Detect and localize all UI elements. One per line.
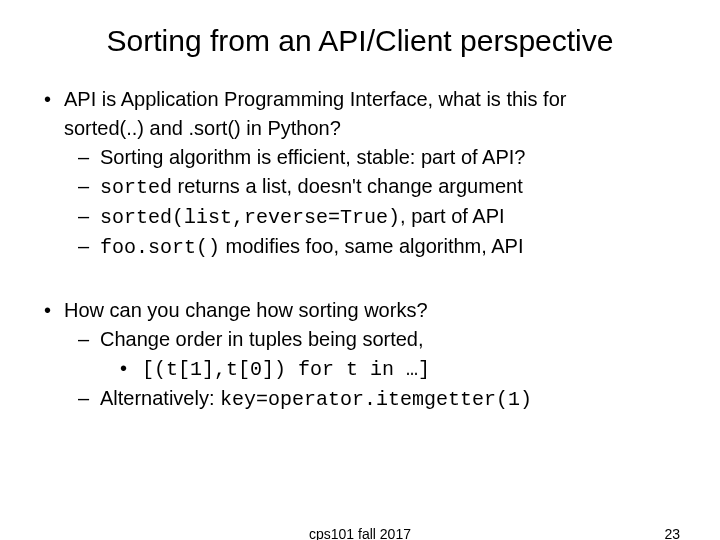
subbullet-sorted-reverse: sorted(list,reverse=True), part of API — [78, 203, 680, 231]
text: , part of API — [400, 205, 505, 227]
text: Sorting algorithm is efficient, stable: … — [100, 146, 525, 168]
code: [(t[1],t[0]) for t in …] — [142, 358, 430, 381]
bullet-api: API is Application Programming Interface… — [44, 86, 680, 113]
text: API is Application Programming Interface… — [64, 88, 566, 110]
slide-body: API is Application Programming Interface… — [40, 86, 680, 413]
subbullet-efficient: Sorting algorithm is efficient, stable: … — [78, 144, 680, 171]
code: foo.sort() — [100, 236, 220, 259]
code: sorted(list,reverse=True) — [100, 206, 400, 229]
code: key=operator.itemgetter(1) — [220, 388, 532, 411]
subbullet-alternatively: Alternatively: key=operator.itemgetter(1… — [78, 385, 680, 413]
text: Alternatively: — [100, 387, 220, 409]
footer-course: cps101 fall 2017 — [0, 526, 720, 540]
slide-title: Sorting from an API/Client perspective — [40, 24, 680, 58]
text: How can you change how sorting works? — [64, 299, 428, 321]
footer-page-number: 23 — [664, 526, 680, 540]
subbullet-change-order: Change order in tuples being sorted, — [78, 326, 680, 353]
code: sorted — [100, 176, 172, 199]
subbullet-foo-sort: foo.sort() modifies foo, same algorithm,… — [78, 233, 680, 261]
bullet-api-cont: sorted(..) and .sort() in Python? — [64, 115, 680, 142]
text: returns a list, doesn't change argument — [172, 175, 523, 197]
text: Change order in tuples being sorted, — [100, 328, 424, 350]
text: modifies foo, same algorithm, API — [220, 235, 523, 257]
subbullet-sorted-returns: sorted returns a list, doesn't change ar… — [78, 173, 680, 201]
subsubbullet-tuple: [(t[1],t[0]) for t in …] — [120, 355, 680, 383]
bullet-change: How can you change how sorting works? — [44, 297, 680, 324]
